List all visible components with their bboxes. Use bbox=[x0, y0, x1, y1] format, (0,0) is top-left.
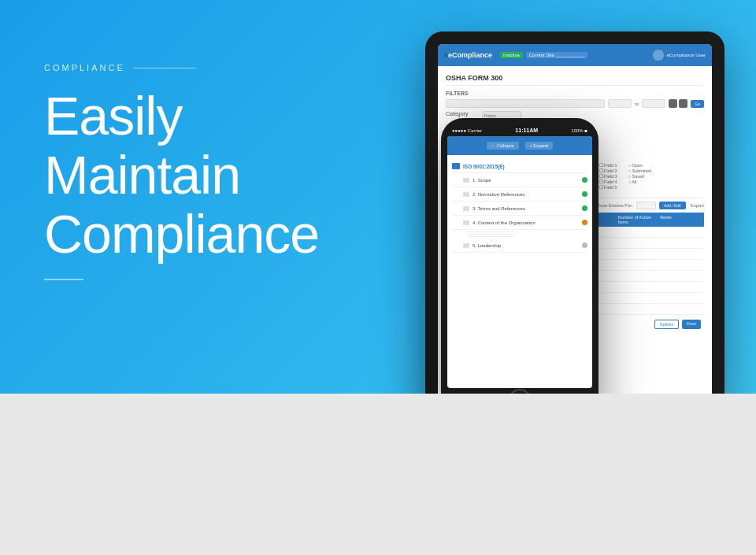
ipad-th-action: Number of Action Items bbox=[618, 215, 659, 224]
iphone-status-dot-green bbox=[582, 177, 587, 183]
iphone-home-bar bbox=[447, 388, 592, 394]
list-item[interactable]: 3. Terms and References bbox=[452, 202, 587, 216]
iphone-sub-line bbox=[468, 231, 515, 232]
ipad-radio-open: ○ Open bbox=[628, 163, 652, 168]
hero-divider bbox=[44, 279, 83, 280]
iphone-sub-items bbox=[452, 230, 587, 239]
iphone-list-title: ISO 9001:2015(E) bbox=[463, 164, 505, 169]
list-item[interactable]: 4. Context of the Organization bbox=[452, 216, 587, 230]
iphone-notch-area: ●●●●● Carrier 11:11AM 100% ■ bbox=[447, 126, 592, 135]
ipad-field1: ☐ Field 1 bbox=[599, 163, 617, 168]
iphone-home-button[interactable] bbox=[509, 389, 531, 394]
iphone-sub-line bbox=[468, 234, 515, 235]
ipad-radio-options: ○ Open ○ Submitted ○ Saved ○ All bbox=[628, 163, 652, 184]
ipad-field3: ☐ Field 3 bbox=[599, 174, 617, 179]
iphone-status-dot-green bbox=[582, 205, 587, 211]
ipad-options-btn[interactable]: Options bbox=[654, 320, 679, 329]
ipad-filter-row: to Go bbox=[446, 99, 704, 108]
iphone-item-icon bbox=[463, 192, 469, 197]
ipad-user-text: eCompliance User bbox=[667, 53, 706, 57]
iphone-item-icon bbox=[463, 206, 469, 211]
ipad-filters-label: FILTERS bbox=[446, 91, 704, 96]
iphone-item-text: 3. Terms and References bbox=[472, 206, 582, 211]
ipad-radio-submitted: ○ Submitted bbox=[628, 168, 652, 173]
iphone-status-dot-green bbox=[582, 191, 587, 197]
ipad-add-edit-btn[interactable]: Add / Edit bbox=[659, 202, 686, 209]
ipad-date-input[interactable] bbox=[608, 99, 632, 108]
ipad-field2: ☐ Field 2 bbox=[599, 168, 617, 173]
ipad-radio-saved: ○ Saved bbox=[628, 174, 652, 179]
ipad-date-input2[interactable] bbox=[642, 99, 665, 108]
ipad-done-btn[interactable]: Done bbox=[682, 320, 701, 329]
ipad-nav-badges: Inactive Current Site ___________ bbox=[500, 52, 587, 58]
iphone-item-icon bbox=[463, 220, 469, 225]
iphone-status-dot-orange bbox=[582, 220, 587, 225]
iphone-item-text: 1. Scope bbox=[472, 178, 582, 183]
iphone-sub-line bbox=[468, 236, 515, 237]
ipad-show-text: Show Entries For: bbox=[595, 203, 633, 208]
iphone-collapse-btn[interactable]: ← Collapse bbox=[487, 142, 518, 150]
ipad-go-button[interactable]: Go bbox=[691, 100, 704, 108]
ipad-show-input[interactable] bbox=[636, 202, 656, 209]
iphone-doc-icon bbox=[452, 163, 460, 169]
list-item[interactable]: 5. Leadership bbox=[452, 239, 587, 253]
iphone-carrier: ●●●●● Carrier bbox=[452, 128, 482, 133]
iphone-screen: ← Collapse + Expand ISO 9001:2015(E) 1. … bbox=[447, 136, 592, 388]
list-item[interactable]: 1. Scope bbox=[452, 173, 587, 187]
ipad-radio-all: ○ All bbox=[628, 179, 652, 184]
ipad-filter-icons bbox=[669, 99, 687, 108]
hero-text-area: COMPLIANCE Easily Maintain Compliance bbox=[44, 63, 319, 280]
ipad-badge-active: Inactive bbox=[500, 52, 523, 58]
ipad-logo: eeCompliance bbox=[444, 51, 492, 59]
ipad-topbar: eeCompliance Inactive Current Site _____… bbox=[438, 44, 712, 66]
ipad-field4: ☐ Field 4 bbox=[599, 179, 617, 184]
ipad-filter-input[interactable] bbox=[446, 99, 605, 108]
ipad-to-label: to bbox=[635, 102, 639, 106]
iphone-expand-btn[interactable]: + Expand bbox=[525, 142, 553, 150]
iphone-item-icon bbox=[463, 243, 469, 248]
bottom-section bbox=[0, 394, 756, 555]
iphone-item-text: 4. Context of the Organization bbox=[472, 220, 582, 225]
top-section: COMPLIANCE Easily Maintain Compliance ee… bbox=[0, 0, 756, 394]
ipad-export-label: Export bbox=[691, 203, 704, 208]
ipad-current-site: Current Site ___________ bbox=[526, 52, 587, 58]
ipad-user-area: eCompliance User bbox=[653, 50, 706, 61]
compliance-tag: COMPLIANCE bbox=[44, 63, 319, 72]
iphone-item-text: 2. Normative References bbox=[472, 192, 582, 197]
iphone-item-text: 5. Leadership bbox=[472, 243, 582, 248]
iphone-item-icon bbox=[463, 178, 469, 183]
ipad-icon2 bbox=[679, 99, 687, 108]
iphone-list: ISO 9001:2015(E) 1. Scope 2. Normative R… bbox=[447, 155, 592, 257]
iphone-status-dot-gray bbox=[582, 242, 587, 248]
ipad-user-icon bbox=[653, 50, 664, 61]
ipad-form-title: OSHA FORM 300 bbox=[446, 74, 704, 86]
ipad-field-options: ☐ Field 1 ☐ Field 2 ☐ Field 3 ☐ Field 4 … bbox=[599, 163, 617, 190]
main-heading: Easily Maintain Compliance bbox=[44, 87, 319, 263]
iphone-time: 11:11AM bbox=[515, 128, 538, 133]
iphone-blue-bar: ← Collapse + Expand bbox=[447, 136, 592, 155]
iphone-mockup: ●●●●● Carrier 11:11AM 100% ■ ← Collapse … bbox=[441, 118, 598, 394]
ipad-field5: ☐ Field 5 bbox=[599, 185, 617, 190]
ipad-th-notes: Notes bbox=[660, 215, 701, 224]
iphone-battery: 100% ■ bbox=[571, 128, 587, 133]
iphone-list-header: ISO 9001:2015(E) bbox=[452, 160, 587, 173]
ipad-icon1 bbox=[669, 99, 677, 108]
list-item[interactable]: 2. Normative References bbox=[452, 187, 587, 202]
